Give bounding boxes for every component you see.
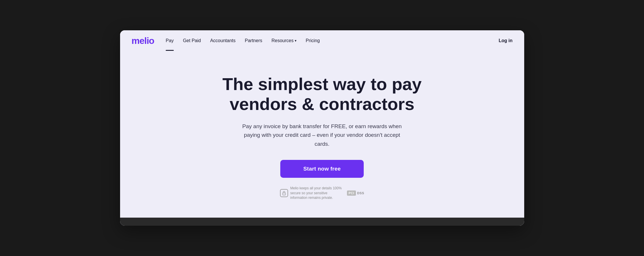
lock-icon — [280, 189, 288, 197]
nav-link-resources[interactable]: Resources ▾ — [271, 38, 296, 43]
start-now-free-button[interactable]: Start now free — [280, 160, 364, 178]
bottom-bar — [120, 218, 524, 226]
navbar-left: melio Pay Get Paid Accountants Partners … — [132, 36, 320, 45]
resources-label: Resources — [271, 38, 293, 43]
nav-link-pricing[interactable]: Pricing — [306, 38, 320, 43]
nav-links: Pay Get Paid Accountants Partners Resour… — [166, 38, 320, 43]
hero-subtitle: Pay any invoice by bank transfer for FRE… — [241, 122, 403, 148]
pci-dss-badge: PCI DSS — [347, 190, 364, 196]
hero-title-line1: The simplest way to pay — [222, 74, 421, 94]
hero-section: The simplest way to pay vendors & contra… — [120, 51, 524, 218]
chevron-down-icon: ▾ — [295, 39, 296, 43]
security-text: Melio keeps all your details 100% secure… — [290, 186, 342, 200]
navbar-right: Log in — [499, 38, 513, 43]
browser-window: melio Pay Get Paid Accountants Partners … — [120, 30, 524, 226]
pci-label: PCI — [347, 190, 356, 196]
nav-link-pay[interactable]: Pay — [166, 38, 174, 43]
hero-title-line2: vendors & contractors — [229, 94, 414, 114]
logo[interactable]: melio — [132, 36, 154, 45]
nav-link-partners[interactable]: Partners — [245, 38, 262, 43]
security-badge: Melio keeps all your details 100% secure… — [280, 186, 364, 200]
hero-title: The simplest way to pay vendors & contra… — [222, 74, 421, 114]
navbar: melio Pay Get Paid Accountants Partners … — [120, 30, 524, 51]
logo-text: melio — [132, 36, 154, 45]
dss-label: DSS — [357, 191, 364, 195]
login-link[interactable]: Log in — [499, 38, 513, 43]
svg-point-1 — [284, 194, 284, 194]
nav-link-get-paid[interactable]: Get Paid — [183, 38, 201, 43]
nav-link-accountants[interactable]: Accountants — [210, 38, 236, 43]
security-text-group: Melio keeps all your details 100% secure… — [280, 186, 342, 200]
